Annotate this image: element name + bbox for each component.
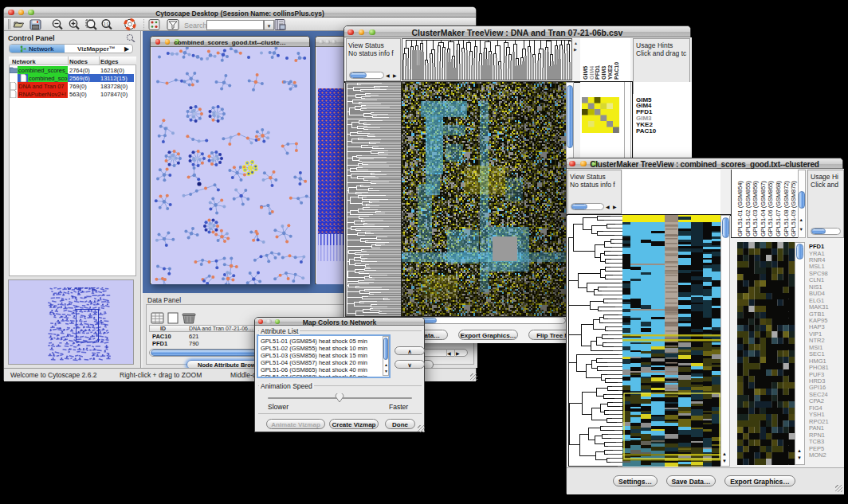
- svg-text:1:1: 1:1: [104, 22, 109, 26]
